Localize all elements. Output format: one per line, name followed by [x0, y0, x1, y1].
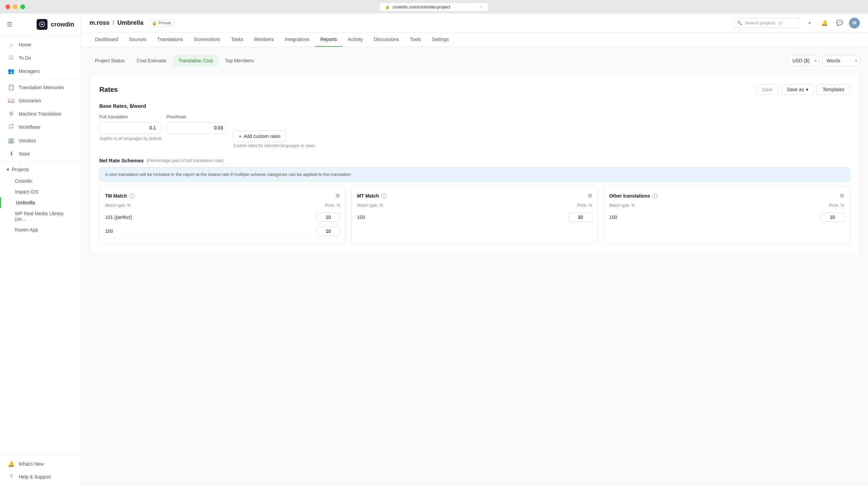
tab-sources[interactable]: Sources: [124, 33, 152, 47]
maximize-dot[interactable]: [20, 4, 25, 9]
sidebar-logo: [37, 19, 47, 30]
tab-tools[interactable]: Tools: [405, 33, 427, 47]
rates-actions: Save Save as ▾ Templates: [756, 84, 850, 95]
notifications-icon[interactable]: 🔔: [819, 18, 830, 28]
add-custom-rates-button[interactable]: + Add custom rates: [233, 130, 286, 142]
vendors-icon: 🏢: [8, 137, 15, 144]
save-button[interactable]: Save: [756, 84, 778, 95]
mt-price-label: Price, %: [577, 203, 592, 208]
close-dot[interactable]: [5, 4, 10, 9]
full-translation-input[interactable]: [99, 122, 160, 134]
projects-label: Projects: [12, 167, 29, 172]
project-item-wp-real-media[interactable]: WP Real Media Library (un…: [0, 208, 81, 224]
private-label: Private: [158, 21, 171, 25]
mt-match-info-icon[interactable]: i: [381, 193, 387, 199]
tab-integrations[interactable]: Integrations: [279, 33, 315, 47]
net-rate-section: Net Rate Schemes (Percentage paid of ful…: [99, 158, 850, 244]
sidebar-item-machine-translation[interactable]: ⚙ Machine Translation: [0, 107, 81, 120]
add-button[interactable]: +: [804, 18, 815, 28]
search-box[interactable]: 🔍 Search projects /: [732, 18, 800, 28]
full-translation-note: Applies to all languages by default: [99, 136, 161, 141]
currency-select[interactable]: USD ($) EUR (€) GBP (£): [788, 56, 820, 66]
sidebar-item-help-support[interactable]: ? Help & Support: [0, 470, 81, 483]
messages-icon[interactable]: 💬: [834, 18, 845, 28]
other-info-icon[interactable]: i: [652, 193, 657, 199]
sub-tab-actions: USD ($) EUR (€) GBP (£) Words Characters…: [788, 56, 860, 66]
save-as-label: Save as: [787, 87, 804, 92]
sub-tab-top-members[interactable]: Top Members: [220, 55, 259, 66]
hamburger-icon[interactable]: ☰: [7, 21, 12, 28]
other-price-100-input[interactable]: [821, 212, 844, 222]
title-bar: 🔒 crowdin.com/umbrella-project ☆: [0, 0, 868, 14]
sub-tab-project-status[interactable]: Project Status: [90, 55, 130, 66]
sidebar-item-store[interactable]: ⬇ Store: [0, 147, 81, 160]
tm-match-info-icon[interactable]: i: [129, 193, 135, 199]
templates-button[interactable]: Templates: [817, 84, 850, 95]
minimize-dot[interactable]: [13, 4, 18, 9]
tab-translations[interactable]: Translations: [152, 33, 189, 47]
net-rate-title: Net Rate Schemes: [99, 158, 144, 163]
mt-match-gear-icon[interactable]: ⚙: [588, 193, 592, 199]
scheme-cards: TM Match i ⚙ Match type, % Price, % 101 …: [99, 187, 850, 244]
avatar[interactable]: M: [849, 18, 860, 28]
scheme-card-mt-header: MT Match i ⚙: [357, 193, 592, 199]
tab-tasks[interactable]: Tasks: [225, 33, 249, 47]
project-item-impact-ios[interactable]: Impact iOS: [0, 186, 81, 197]
tm-price-101-input[interactable]: [316, 212, 340, 222]
info-banner: A new translation will be included in th…: [99, 167, 850, 181]
sidebar-item-home[interactable]: ⌂ Home: [0, 38, 81, 51]
mt-price-100-input[interactable]: [569, 212, 592, 222]
tab-settings[interactable]: Settings: [427, 33, 455, 47]
address-bar[interactable]: 🔒 crowdin.com/umbrella-project ☆: [380, 3, 488, 11]
nav-tabs: Dashboard Sources Translations Screensho…: [81, 33, 868, 47]
mt-match-title: MT Match i: [357, 193, 387, 199]
sub-tab-translation-cost[interactable]: Translation Cost: [173, 55, 218, 66]
store-icon: ⬇: [8, 150, 15, 157]
mt-match-type-label: Match type, %: [357, 203, 383, 208]
base-rates-section: Base Rates, $/word Full translation Appl…: [99, 103, 850, 148]
sidebar-item-label: Vendors: [19, 138, 36, 143]
projects-header[interactable]: ▾ Projects: [0, 163, 81, 176]
tab-screenshots[interactable]: Screenshots: [189, 33, 226, 47]
sidebar-item-managers[interactable]: 👥 Managers: [0, 64, 81, 78]
brand-name: crowdin: [51, 21, 74, 28]
tab-dashboard[interactable]: Dashboard: [90, 33, 124, 47]
sub-tab-cost-estimate[interactable]: Cost Estimate: [131, 55, 172, 66]
scheme-card-other-header: Other translations i ⚙: [609, 193, 844, 199]
tm-row-101: 101 (perfect): [105, 210, 340, 224]
add-custom-wrapper: + Add custom rates Custom rates for sele…: [233, 122, 315, 148]
lock-icon: 🔒: [385, 5, 390, 9]
words-select[interactable]: Words Characters Segments: [822, 56, 860, 66]
proofread-input[interactable]: [166, 122, 228, 134]
search-icon: 🔍: [737, 20, 742, 25]
words-select-wrapper: Words Characters Segments: [822, 56, 860, 66]
sidebar-item-translation-memories[interactable]: 📋 Translation Memories: [0, 81, 81, 94]
page-content: Project Status Cost Estimate Translation…: [81, 47, 868, 486]
sidebar-item-workflows[interactable]: Workflows: [0, 120, 81, 134]
whats-new-icon: 🔔: [8, 461, 15, 467]
project-item-crowdin[interactable]: Crowdin: [0, 176, 81, 186]
sidebar-item-vendors[interactable]: 🏢 Vendors: [0, 134, 81, 147]
tm-match-cols: Match type, % Price, %: [105, 203, 340, 208]
save-as-button[interactable]: Save as ▾: [781, 84, 814, 95]
tab-activity[interactable]: Activity: [342, 33, 368, 47]
add-custom-label: Add custom rates: [243, 134, 280, 139]
tab-discussions[interactable]: Discussions: [368, 33, 405, 47]
sidebar-item-todo[interactable]: ☑ To Do: [0, 51, 81, 64]
workflows-icon: [8, 124, 15, 130]
project-item-raven-app[interactable]: Raven App: [0, 224, 81, 235]
tm-match-gear-icon[interactable]: ⚙: [335, 193, 340, 199]
sidebar-item-glossaries[interactable]: 📖 Glossaries: [0, 94, 81, 107]
tab-members[interactable]: Members: [249, 33, 279, 47]
bookmark-icon[interactable]: ☆: [479, 4, 483, 9]
other-gear-icon[interactable]: ⚙: [840, 193, 844, 199]
sidebar-item-label: Managers: [19, 68, 40, 74]
mt-match-cols: Match type, % Price, %: [357, 203, 592, 208]
tab-reports[interactable]: Reports: [315, 33, 342, 47]
mt-row-100: 100: [357, 210, 592, 224]
project-item-umbrella[interactable]: Umbrella: [0, 197, 81, 208]
base-rates-title: Base Rates, $/word: [99, 103, 850, 109]
tm-price-100-input[interactable]: [316, 226, 340, 236]
other-price-label: Price, %: [829, 203, 844, 208]
sidebar-item-whats-new[interactable]: 🔔 What's New: [0, 457, 81, 470]
